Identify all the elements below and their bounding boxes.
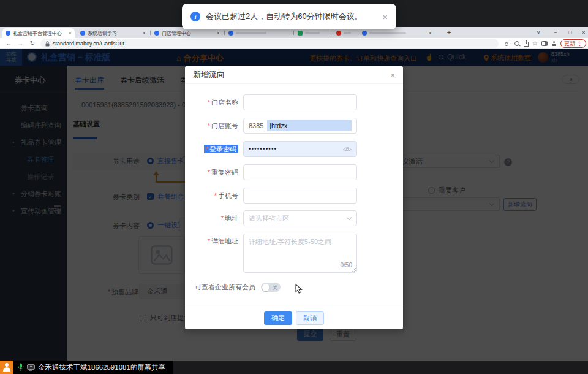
tab-favicon: [228, 31, 233, 36]
info-icon: i: [190, 12, 200, 21]
browser-address-bar: ← → ↻ standard.maboy.cn/CardsOut ☆ 更新 ⋮: [0, 38, 588, 49]
tab-favicon: [80, 31, 85, 36]
sharer-avatar-icon: [0, 361, 13, 374]
phone-input[interactable]: [243, 188, 357, 204]
modal-footer: 确定 取消: [185, 307, 403, 329]
tab-search-icon[interactable]: ∨: [532, 27, 545, 38]
browser-tab-4[interactable]: [225, 28, 292, 38]
bookmark-star-icon[interactable]: ☆: [532, 38, 538, 49]
confirm-button[interactable]: 确定: [264, 311, 292, 325]
tab-close-icon[interactable]: ×: [429, 28, 432, 38]
screen-share-icon: [27, 364, 35, 371]
modal-close-icon[interactable]: ×: [390, 71, 395, 80]
url-text: standard.maboy.cn/CardsOut: [53, 39, 124, 48]
phone-row: *手机号: [185, 188, 403, 204]
tab-favicon: [6, 31, 10, 36]
account-selected-text: jhtdzx: [267, 120, 352, 131]
switch-knob: [262, 284, 270, 291]
tab-title-placeholder: [369, 32, 406, 34]
tab-favicon: [336, 31, 341, 36]
tab-separator: [150, 31, 151, 35]
password-input[interactable]: ••••••••••: [243, 141, 357, 157]
chrome-update-button[interactable]: 更新 ⋮: [560, 39, 586, 48]
account-label: *门店账号: [185, 118, 243, 134]
tab-title-placeholder: [236, 32, 266, 34]
address-select[interactable]: 请选择省市区: [243, 210, 357, 226]
chevron-down-icon: [347, 215, 352, 220]
modal-title: 新增流向: [193, 69, 225, 80]
add-flow-modal: 新增流向 × *门店名称 *门店账号 8385 jhtdzx: [185, 66, 403, 329]
tab-close-icon[interactable]: ×: [69, 28, 72, 38]
view-members-toggle-row: 可查看企业所有会员 关: [195, 283, 281, 292]
tab-favicon: [362, 31, 367, 36]
toast-text: 会议已超过2人，自动转为60分钟限时会议。: [206, 11, 363, 22]
selected-label-highlight: *登录密码: [204, 145, 238, 153]
password-label: *登录密码: [185, 141, 243, 157]
desktop-screen: 礼盒营销平台管理中心 × 系统培训学习 × 门店管理中心 ×: [0, 0, 588, 374]
profile-icon[interactable]: [551, 41, 557, 47]
address-label: *地址: [185, 210, 243, 226]
tab-title: 礼盒营销平台管理中心: [13, 30, 62, 37]
detail-address-placeholder: 详细地址,字符长度5-50之间: [249, 238, 331, 245]
tab-close-icon[interactable]: ×: [217, 28, 220, 38]
reload-icon[interactable]: ↻: [28, 38, 37, 49]
tab-title: 门店管理中心: [162, 30, 191, 37]
screen-share-bar: 金禾通技术王斌18662591081的屏幕共享: [0, 361, 588, 374]
password-dots: ••••••••••: [244, 146, 343, 152]
mouse-cursor: [295, 284, 303, 294]
meeting-toast: i 会议已超过2人，自动转为60分钟限时会议。 ×: [182, 4, 396, 29]
cancel-button[interactable]: 取消: [296, 311, 324, 325]
browser-tab-7[interactable]: ×: [359, 28, 435, 38]
browser-tab-2[interactable]: 系统培训学习 ×: [77, 28, 149, 38]
window-minimize-button[interactable]: −: [549, 27, 562, 38]
repeat-password-input[interactable]: [243, 164, 357, 180]
view-members-switch[interactable]: 关: [261, 283, 281, 292]
account-row: *门店账号 8385 jhtdzx: [185, 118, 403, 134]
store-name-input[interactable]: [243, 94, 357, 110]
tab-close-icon[interactable]: ×: [143, 28, 146, 38]
detail-address-row: *详细地址 详细地址,字符长度5-50之间 0/50: [185, 234, 403, 273]
address-placeholder: 请选择省市区: [244, 211, 289, 226]
back-icon[interactable]: ←: [4, 38, 13, 49]
kebab-menu-icon[interactable]: ⋮: [577, 40, 582, 47]
toggle-label: 可查看企业所有会员: [195, 283, 255, 292]
microphone-icon: [18, 363, 24, 372]
tab-separator: [358, 31, 358, 35]
page-viewport: 功能导航 礼盒营销 – 标准版 ⌂ 合分享中心 更快捷的券卡、订单和快递查询入口…: [0, 49, 588, 361]
share-status-text: 金禾通技术王斌18662591081的屏幕共享: [38, 363, 165, 372]
url-bar[interactable]: standard.maboy.cn/CardsOut: [40, 39, 499, 48]
zoom-icon[interactable]: [514, 41, 520, 47]
browser-tab-3[interactable]: 门店管理中心 ×: [151, 28, 223, 38]
new-tab-button[interactable]: +: [445, 28, 453, 37]
detail-address-label: *详细地址: [185, 234, 243, 273]
toast-close-icon[interactable]: ×: [382, 12, 388, 22]
store-name-row: *门店名称: [185, 94, 403, 110]
forward-icon[interactable]: →: [15, 38, 25, 49]
repeat-password-row: *重复密码: [185, 164, 403, 180]
password-row: *登录密码 ••••••••••: [185, 141, 403, 157]
phone-label: *手机号: [185, 188, 243, 204]
tab-separator: [224, 31, 225, 35]
tab-title-placeholder: [305, 32, 320, 34]
browser-tab-1[interactable]: 礼盒营销平台管理中心 ×: [2, 28, 75, 38]
side-panel-icon[interactable]: [541, 41, 548, 46]
browser-tab-6[interactable]: [333, 28, 356, 38]
share-icon[interactable]: [524, 42, 529, 47]
browser-tab-5[interactable]: [295, 28, 330, 38]
tab-favicon: [154, 31, 159, 36]
eye-icon[interactable]: [343, 147, 352, 152]
window-maximize-button[interactable]: □: [564, 27, 577, 38]
detail-address-textarea[interactable]: 详细地址,字符长度5-50之间 0/50: [243, 234, 357, 273]
window-close-button[interactable]: ×: [577, 27, 588, 38]
tab-separator: [331, 31, 331, 35]
account-input[interactable]: 8385 jhtdzx: [243, 118, 357, 134]
tab-title-placeholder: [344, 32, 351, 34]
password-key-icon[interactable]: [505, 42, 511, 45]
tab-title: 系统培训学习: [88, 30, 117, 37]
switch-state-text: 关: [273, 284, 278, 291]
address-row: *地址 请选择省市区: [185, 210, 403, 226]
tab-separator: [293, 31, 294, 35]
store-name-label: *门店名称: [185, 94, 243, 110]
browser-window: 礼盒营销平台管理中心 × 系统培训学习 × 门店管理中心 ×: [0, 27, 588, 361]
account-prefix: 8385: [244, 122, 263, 129]
